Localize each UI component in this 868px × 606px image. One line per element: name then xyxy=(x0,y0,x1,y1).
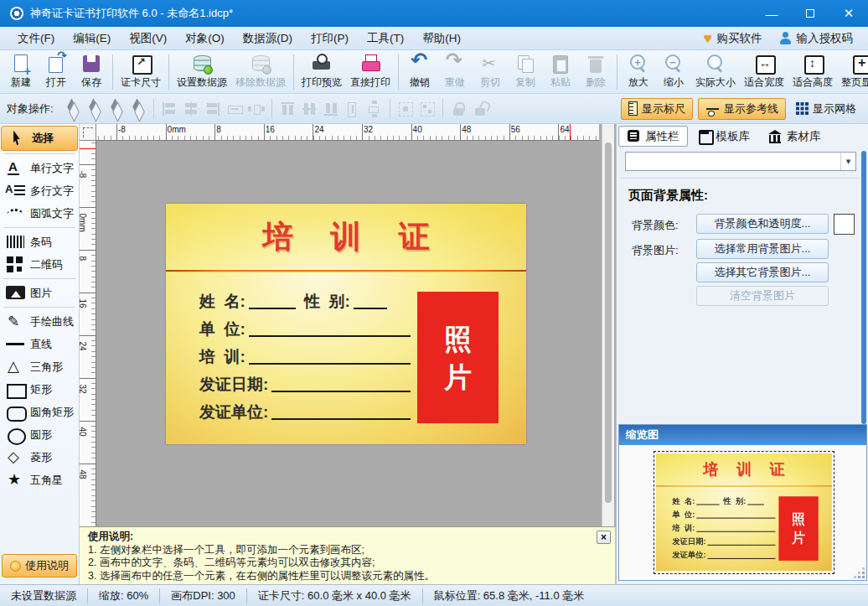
menu-item-7[interactable]: 帮助(H) xyxy=(413,27,470,49)
tool-mtext[interactable]: 多行文字 xyxy=(0,179,79,202)
toolbar-button-fitpage[interactable]: 整页显示 xyxy=(837,52,868,91)
tool-rrect[interactable]: 圆角矩形 xyxy=(0,401,79,423)
toolbar-button-zoomin[interactable]: 放大 xyxy=(621,52,656,91)
mouse-x-marker xyxy=(570,124,571,141)
tool-curve[interactable]: 手绘曲线 xyxy=(0,310,79,333)
field-row-training[interactable]: 培 训: xyxy=(199,343,411,370)
vertical-ruler: -80mm81624324048 xyxy=(80,141,96,526)
tool-tri[interactable]: 三角形 xyxy=(0,355,79,378)
certificate-card[interactable]: 培 训 证 姓 名: 性 别: 单 位: 培 训: xyxy=(166,204,526,444)
resize-grip[interactable] xyxy=(855,568,865,578)
toolbar-button-print[interactable]: 直接打印 xyxy=(346,52,395,91)
toolbar-button-save[interactable]: 保存 xyxy=(74,52,109,91)
distribute-h-icon xyxy=(247,100,266,118)
minimize-button[interactable]: — xyxy=(752,0,791,27)
paste-icon xyxy=(550,54,571,75)
db-icon xyxy=(191,54,213,75)
toolbar-button-preview[interactable]: 打印预览 xyxy=(297,52,346,91)
arctext-icon xyxy=(3,205,28,222)
bg-image-other-button[interactable]: 选择其它背景图片... xyxy=(696,262,829,282)
tool-star[interactable]: 五角星 xyxy=(0,469,79,491)
menu-item-3[interactable]: 对象(O) xyxy=(176,27,234,49)
undo-icon xyxy=(409,54,431,75)
toolbar-button-undo[interactable]: 撤销 xyxy=(402,52,437,91)
redo-icon xyxy=(444,54,466,75)
show-grid-toggle[interactable]: 显示网格 xyxy=(791,99,861,119)
menu-item-5[interactable]: 打印(P) xyxy=(302,27,358,49)
panel-scrollbar[interactable] xyxy=(861,151,866,424)
toolbar-button-zoomout[interactable]: 缩小 xyxy=(656,52,691,91)
align-bottom-icon xyxy=(322,100,340,118)
element-selector-dropdown[interactable]: ▾ xyxy=(625,152,856,171)
scrollbar-thumb[interactable] xyxy=(605,142,612,503)
same-width-icon xyxy=(225,100,244,118)
close-button[interactable]: ✕ xyxy=(829,0,868,27)
field-row-unit[interactable]: 单 位: xyxy=(199,315,411,343)
bg-color-swatch[interactable] xyxy=(834,214,855,235)
toolbar-button-fith[interactable]: 适合高度 xyxy=(788,52,837,91)
tool-diamond[interactable]: 菱形 xyxy=(0,446,79,469)
ruler-tick: 16 xyxy=(264,124,265,141)
enter-license-button[interactable]: 输入授权码 xyxy=(779,31,854,46)
ruler-tick: 8 xyxy=(80,250,96,251)
tool-stext[interactable]: 单行文字 xyxy=(0,157,79,179)
new-icon xyxy=(10,54,32,75)
help-close-button[interactable]: × xyxy=(597,531,611,544)
photo-placeholder-box[interactable]: 照 片 xyxy=(417,292,499,423)
bg-image-common-button[interactable]: 选择常用背景图片... xyxy=(696,239,829,259)
db-icon xyxy=(250,54,271,75)
menu-item-6[interactable]: 工具(T) xyxy=(358,27,413,49)
card-title[interactable]: 培 训 证 xyxy=(248,216,444,258)
blank-line xyxy=(249,294,296,309)
bg-color-button[interactable]: 背景颜色和透明度... xyxy=(696,214,829,234)
tool-line[interactable]: 直线 xyxy=(0,333,79,355)
field-row-name[interactable]: 姓 名: 性 别: xyxy=(199,287,411,315)
maximize-button[interactable] xyxy=(791,0,829,27)
tri-icon xyxy=(3,358,28,376)
zoomout-icon xyxy=(663,54,685,75)
toolbar-button-db[interactable]: 设置数据源 xyxy=(173,52,231,91)
toolbar-button-new[interactable]: 新建 xyxy=(3,52,39,91)
tab-assets[interactable]: 素材库 xyxy=(760,126,829,147)
menu-item-1[interactable]: 编辑(E) xyxy=(64,27,120,49)
horizontal-ruler: -80mm81624324048566472 xyxy=(96,124,599,141)
show-ruler-toggle[interactable]: 显示标尺 xyxy=(621,98,693,120)
card-fields: 姓 名: 性 别: 单 位: 培 训: 发证日期: xyxy=(199,287,411,426)
tool-circle[interactable]: 圆形 xyxy=(0,423,79,446)
buy-software-button[interactable]: ♥ 购买软件 xyxy=(704,31,762,46)
ruler-tick: 24 xyxy=(313,124,313,141)
usage-help-button[interactable]: 使用说明 xyxy=(2,554,77,578)
toolbar-separator xyxy=(293,54,294,90)
properties-panel: 属性栏模板库素材库 ▾ 页面背景属性: 背景颜色: 背景颜色和透明度... 背景… xyxy=(616,124,868,584)
tab-props[interactable]: 属性栏 xyxy=(618,126,688,147)
ruler-tick: 8 xyxy=(214,124,215,141)
thumbnail-preview[interactable]: 培 训 证 姓 名: 性 别: 单 位: 培 训: 发证日期 xyxy=(656,453,832,572)
field-row-issue-date[interactable]: 发证日期: xyxy=(199,370,411,398)
ruler-tick: 56 xyxy=(509,124,510,141)
tool-image[interactable]: 图片 xyxy=(0,282,79,304)
menu-item-2[interactable]: 视图(V) xyxy=(120,27,176,49)
tool-qrcode[interactable]: 二维码 xyxy=(0,253,79,276)
title-bar: 神奇证卡证书打印软件 6.0 - 未命名1.idcp* — ✕ xyxy=(0,0,868,27)
app-window: 神奇证卡证书打印软件 6.0 - 未命名1.idcp* — ✕ 文件(F)编辑(… xyxy=(0,0,868,606)
tool-barcode[interactable]: 条码 xyxy=(0,230,79,253)
rect-icon xyxy=(3,381,28,398)
toolbar-button-open[interactable]: 打开 xyxy=(39,52,74,91)
field-row-issuer[interactable]: 发证单位: xyxy=(199,398,411,426)
card-separator-line xyxy=(166,270,526,272)
design-canvas[interactable]: 培 训 证 姓 名: 性 别: 单 位: 培 训: xyxy=(96,141,585,526)
canvas-vertical-scrollbar[interactable] xyxy=(602,124,614,526)
tool-select[interactable]: 选择 xyxy=(1,126,78,151)
menu-item-4[interactable]: 数据源(D) xyxy=(234,27,302,49)
menu-item-0[interactable]: 文件(F) xyxy=(8,27,64,49)
bg-image-label: 背景图片: xyxy=(632,243,679,258)
toolbar-button-cardsize[interactable]: 证卡尺寸 xyxy=(116,52,165,91)
tool-rect[interactable]: 矩形 xyxy=(0,378,79,401)
ruler-tick: 0mm xyxy=(166,124,167,141)
toolbar-button-zoomactual[interactable]: 实际大小 xyxy=(691,52,740,91)
tool-arctext[interactable]: 圆弧文字 xyxy=(0,202,79,225)
show-guides-toggle[interactable]: 显示参考线 xyxy=(698,98,786,120)
ruler-tick: 32 xyxy=(362,124,363,141)
tab-templates[interactable]: 模板库 xyxy=(690,126,759,147)
toolbar-button-fitw[interactable]: 适合宽度 xyxy=(740,52,788,91)
